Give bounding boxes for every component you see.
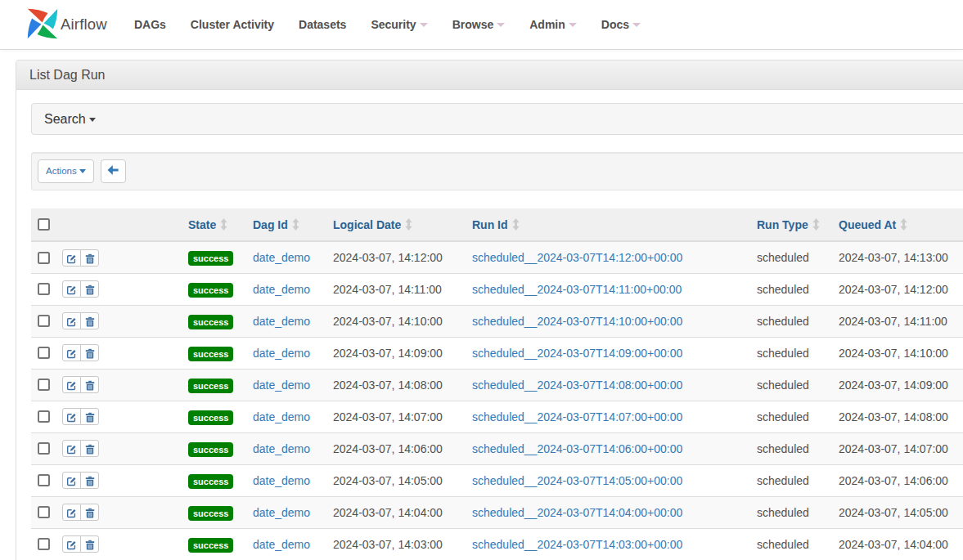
row-checkbox[interactable] bbox=[38, 283, 50, 295]
dag-run-row-4: success date_demo 2024-03-07, 14:09:00 s… bbox=[31, 337, 963, 369]
nav-admin[interactable]: Admin bbox=[517, 0, 589, 49]
delete-record[interactable] bbox=[80, 535, 99, 553]
dag-run-row-7: success date_demo 2024-03-07, 14:06:00 s… bbox=[31, 432, 963, 464]
dag-run-row-9: success date_demo 2024-03-07, 14:04:00 s… bbox=[31, 496, 963, 528]
actions-button[interactable]: Actions bbox=[38, 159, 94, 183]
delete-record[interactable] bbox=[80, 376, 99, 393]
panel-list-dag-run: List Dag Run Search Actions bbox=[16, 60, 963, 560]
table-header: State Dag Id Logical Date Run Id Run Typ… bbox=[31, 208, 963, 241]
dag-run-row-8: success date_demo 2024-03-07, 14:05:00 s… bbox=[31, 464, 963, 496]
dag-run-row-10: success date_demo 2024-03-07, 14:03:00 s… bbox=[31, 528, 963, 560]
select-all-checkbox[interactable] bbox=[38, 218, 50, 231]
nav-docs[interactable]: Docs bbox=[589, 0, 653, 49]
edit-record[interactable] bbox=[62, 376, 81, 393]
content: List Dag Run Search Actions bbox=[0, 50, 963, 560]
row-checkbox[interactable] bbox=[38, 442, 50, 455]
dag-run-row-6: success date_demo 2024-03-07, 14:07:00 s… bbox=[31, 401, 963, 432]
dag-run-row-2: success date_demo 2024-03-07, 14:11:00 s… bbox=[31, 273, 963, 305]
delete-record[interactable] bbox=[80, 249, 99, 267]
row-checkbox[interactable] bbox=[38, 474, 50, 486]
row-checkbox[interactable] bbox=[38, 347, 50, 359]
delete-record[interactable] bbox=[80, 344, 99, 361]
dag-run-table: State Dag Id Logical Date Run Id Run Typ… bbox=[31, 208, 963, 560]
nav-security[interactable]: Security bbox=[358, 0, 439, 49]
dag-run-row-3: success date_demo 2024-03-07, 14:10:00 s… bbox=[31, 305, 963, 337]
brand[interactable]: Airflow bbox=[27, 10, 107, 39]
row-checkbox[interactable] bbox=[38, 315, 50, 327]
row-checkbox[interactable] bbox=[38, 379, 50, 391]
dag-run-row-1: success date_demo 2024-03-07, 14:12:00 s… bbox=[31, 241, 963, 273]
nav-dags[interactable]: DAGs bbox=[122, 0, 178, 49]
search-toggle[interactable]: Search bbox=[31, 103, 963, 135]
row-checkbox[interactable] bbox=[38, 252, 50, 264]
edit-record[interactable] bbox=[62, 344, 81, 361]
nav-links: DAGs Cluster Activity Datasets Security … bbox=[122, 0, 653, 49]
back-button[interactable] bbox=[101, 159, 126, 183]
edit-record[interactable] bbox=[62, 504, 81, 521]
nav-datasets[interactable]: Datasets bbox=[286, 0, 358, 49]
delete-record[interactable] bbox=[80, 504, 99, 521]
nav-cluster-activity[interactable]: Cluster Activity bbox=[178, 0, 286, 49]
delete-record[interactable] bbox=[80, 312, 99, 329]
delete-record[interactable] bbox=[80, 280, 99, 298]
edit-record[interactable] bbox=[62, 280, 81, 298]
delete-record[interactable] bbox=[80, 408, 99, 425]
edit-record[interactable] bbox=[62, 312, 81, 329]
table-body: success date_demo 2024-03-07, 14:12:00 s… bbox=[31, 241, 963, 560]
edit-record[interactable] bbox=[62, 249, 81, 267]
row-checkbox[interactable] bbox=[38, 538, 50, 550]
edit-record[interactable] bbox=[62, 440, 81, 457]
row-checkbox[interactable] bbox=[38, 410, 50, 423]
nav-browse[interactable]: Browse bbox=[440, 0, 518, 49]
edit-record[interactable] bbox=[62, 408, 81, 425]
navbar: Airflow DAGs Cluster Activity Datasets S… bbox=[0, 0, 963, 50]
delete-record[interactable] bbox=[80, 440, 99, 457]
edit-record[interactable] bbox=[62, 472, 81, 489]
delete-record[interactable] bbox=[80, 472, 99, 489]
row-checkbox[interactable] bbox=[38, 506, 50, 518]
panel-title: List Dag Run bbox=[16, 60, 963, 90]
airflow-list-dag-run: Airflow DAGs Cluster Activity Datasets S… bbox=[0, 0, 963, 560]
edit-record[interactable] bbox=[62, 535, 81, 553]
actions-toolbar: Actions bbox=[31, 152, 963, 190]
dag-run-row-5: success date_demo 2024-03-07, 14:08:00 s… bbox=[31, 369, 963, 401]
